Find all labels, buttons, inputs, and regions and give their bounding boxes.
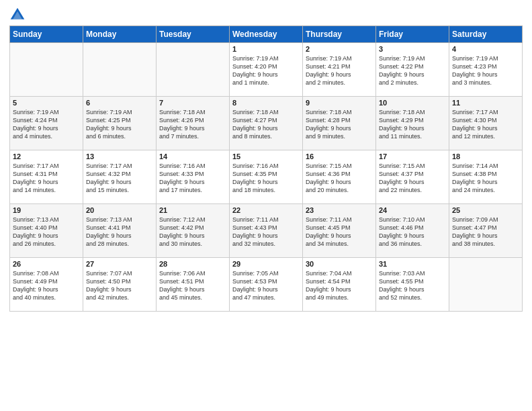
day-header-tuesday: Tuesday	[157, 26, 230, 43]
day-number: 25	[452, 206, 519, 214]
cell-content: Sunrise: 7:19 AM Sunset: 4:24 PM Dayligh…	[13, 108, 80, 141]
calendar-cell: 21Sunrise: 7:12 AM Sunset: 4:42 PM Dayli…	[157, 204, 230, 258]
cell-content: Sunrise: 7:14 AM Sunset: 4:38 PM Dayligh…	[452, 162, 519, 195]
calendar-cell: 22Sunrise: 7:11 AM Sunset: 4:43 PM Dayli…	[230, 204, 303, 258]
calendar-cell: 6Sunrise: 7:19 AM Sunset: 4:25 PM Daylig…	[83, 97, 157, 150]
day-number: 28	[159, 260, 226, 268]
calendar-cell: 25Sunrise: 7:09 AM Sunset: 4:47 PM Dayli…	[449, 204, 523, 258]
cell-content: Sunrise: 7:18 AM Sunset: 4:28 PM Dayligh…	[306, 108, 373, 141]
calendar-cell	[157, 43, 230, 97]
calendar-cell: 16Sunrise: 7:15 AM Sunset: 4:36 PM Dayli…	[303, 150, 376, 204]
calendar-cell: 8Sunrise: 7:18 AM Sunset: 4:27 PM Daylig…	[230, 97, 303, 150]
cell-content: Sunrise: 7:18 AM Sunset: 4:27 PM Dayligh…	[232, 108, 300, 141]
calendar-cell: 7Sunrise: 7:18 AM Sunset: 4:26 PM Daylig…	[157, 97, 230, 150]
week-row-3: 19Sunrise: 7:13 AM Sunset: 4:40 PM Dayli…	[10, 204, 523, 258]
cell-content: Sunrise: 7:19 AM Sunset: 4:21 PM Dayligh…	[306, 54, 373, 87]
cell-content: Sunrise: 7:05 AM Sunset: 4:53 PM Dayligh…	[232, 269, 300, 302]
day-number: 24	[379, 206, 446, 214]
day-number: 19	[13, 206, 80, 214]
cell-content: Sunrise: 7:15 AM Sunset: 4:36 PM Dayligh…	[306, 162, 373, 195]
day-number: 14	[159, 152, 226, 161]
week-row-1: 5Sunrise: 7:19 AM Sunset: 4:24 PM Daylig…	[10, 97, 523, 150]
day-number: 26	[13, 260, 80, 268]
cell-content: Sunrise: 7:07 AM Sunset: 4:50 PM Dayligh…	[86, 269, 153, 302]
calendar-cell: 29Sunrise: 7:05 AM Sunset: 4:53 PM Dayli…	[230, 258, 303, 312]
day-number: 2	[306, 45, 373, 53]
header-row: SundayMondayTuesdayWednesdayThursdayFrid…	[10, 26, 523, 43]
week-row-2: 12Sunrise: 7:17 AM Sunset: 4:31 PM Dayli…	[10, 150, 523, 204]
header	[9, 7, 523, 23]
calendar-cell	[83, 43, 157, 97]
calendar-cell: 2Sunrise: 7:19 AM Sunset: 4:21 PM Daylig…	[303, 43, 376, 97]
calendar-cell	[10, 43, 83, 97]
calendar-cell: 23Sunrise: 7:11 AM Sunset: 4:45 PM Dayli…	[303, 204, 376, 258]
cell-content: Sunrise: 7:11 AM Sunset: 4:45 PM Dayligh…	[306, 216, 373, 248]
cell-content: Sunrise: 7:19 AM Sunset: 4:25 PM Dayligh…	[86, 108, 153, 141]
calendar-cell: 15Sunrise: 7:16 AM Sunset: 4:35 PM Dayli…	[230, 150, 303, 204]
cell-content: Sunrise: 7:19 AM Sunset: 4:23 PM Dayligh…	[452, 54, 519, 87]
day-number: 5	[13, 99, 80, 107]
calendar-cell	[449, 258, 523, 312]
day-number: 3	[379, 45, 446, 53]
calendar-cell: 31Sunrise: 7:03 AM Sunset: 4:55 PM Dayli…	[376, 258, 449, 312]
day-number: 8	[232, 99, 300, 107]
calendar-cell: 30Sunrise: 7:04 AM Sunset: 4:54 PM Dayli…	[303, 258, 376, 312]
cell-content: Sunrise: 7:10 AM Sunset: 4:46 PM Dayligh…	[379, 216, 446, 248]
day-header-saturday: Saturday	[449, 26, 523, 43]
cell-content: Sunrise: 7:06 AM Sunset: 4:51 PM Dayligh…	[159, 269, 226, 302]
cell-content: Sunrise: 7:17 AM Sunset: 4:30 PM Dayligh…	[452, 108, 519, 141]
day-number: 13	[86, 152, 153, 161]
cell-content: Sunrise: 7:19 AM Sunset: 4:20 PM Dayligh…	[232, 54, 300, 87]
day-header-sunday: Sunday	[10, 26, 83, 43]
cell-content: Sunrise: 7:17 AM Sunset: 4:31 PM Dayligh…	[13, 162, 80, 195]
day-number: 31	[379, 260, 446, 268]
calendar-cell: 1Sunrise: 7:19 AM Sunset: 4:20 PM Daylig…	[230, 43, 303, 97]
day-header-wednesday: Wednesday	[230, 26, 303, 43]
calendar-cell: 28Sunrise: 7:06 AM Sunset: 4:51 PM Dayli…	[157, 258, 230, 312]
day-number: 7	[159, 99, 226, 107]
logo	[9, 7, 28, 23]
calendar-cell: 9Sunrise: 7:18 AM Sunset: 4:28 PM Daylig…	[303, 97, 376, 150]
day-header-monday: Monday	[83, 26, 157, 43]
day-header-thursday: Thursday	[303, 26, 376, 43]
calendar-table: SundayMondayTuesdayWednesdayThursdayFrid…	[9, 26, 523, 312]
cell-content: Sunrise: 7:16 AM Sunset: 4:35 PM Dayligh…	[232, 162, 300, 195]
day-number: 30	[306, 260, 373, 268]
cell-content: Sunrise: 7:18 AM Sunset: 4:29 PM Dayligh…	[379, 108, 446, 141]
cell-content: Sunrise: 7:19 AM Sunset: 4:22 PM Dayligh…	[379, 54, 446, 87]
calendar-cell: 3Sunrise: 7:19 AM Sunset: 4:22 PM Daylig…	[376, 43, 449, 97]
day-number: 27	[86, 260, 153, 268]
cell-content: Sunrise: 7:13 AM Sunset: 4:41 PM Dayligh…	[86, 216, 153, 248]
cell-content: Sunrise: 7:04 AM Sunset: 4:54 PM Dayligh…	[306, 269, 373, 302]
calendar-cell: 5Sunrise: 7:19 AM Sunset: 4:24 PM Daylig…	[10, 97, 83, 150]
day-number: 20	[86, 206, 153, 214]
day-number: 15	[232, 152, 300, 161]
day-number: 10	[379, 99, 446, 107]
day-number: 6	[86, 99, 153, 107]
cell-content: Sunrise: 7:09 AM Sunset: 4:47 PM Dayligh…	[452, 216, 519, 248]
calendar-cell: 19Sunrise: 7:13 AM Sunset: 4:40 PM Dayli…	[10, 204, 83, 258]
day-number: 12	[13, 152, 80, 161]
day-number: 4	[452, 45, 519, 53]
calendar-cell: 10Sunrise: 7:18 AM Sunset: 4:29 PM Dayli…	[376, 97, 449, 150]
day-number: 23	[306, 206, 373, 214]
calendar-cell: 26Sunrise: 7:08 AM Sunset: 4:49 PM Dayli…	[10, 258, 83, 312]
calendar-cell: 20Sunrise: 7:13 AM Sunset: 4:41 PM Dayli…	[83, 204, 157, 258]
cell-content: Sunrise: 7:16 AM Sunset: 4:33 PM Dayligh…	[159, 162, 226, 195]
calendar-cell: 17Sunrise: 7:15 AM Sunset: 4:37 PM Dayli…	[376, 150, 449, 204]
cell-content: Sunrise: 7:17 AM Sunset: 4:32 PM Dayligh…	[86, 162, 153, 195]
cell-content: Sunrise: 7:13 AM Sunset: 4:40 PM Dayligh…	[13, 216, 80, 248]
cell-content: Sunrise: 7:12 AM Sunset: 4:42 PM Dayligh…	[159, 216, 226, 248]
calendar-cell: 12Sunrise: 7:17 AM Sunset: 4:31 PM Dayli…	[10, 150, 83, 204]
calendar-cell: 14Sunrise: 7:16 AM Sunset: 4:33 PM Dayli…	[157, 150, 230, 204]
day-number: 29	[232, 260, 300, 268]
day-number: 9	[306, 99, 373, 107]
calendar-cell: 18Sunrise: 7:14 AM Sunset: 4:38 PM Dayli…	[449, 150, 523, 204]
cell-content: Sunrise: 7:11 AM Sunset: 4:43 PM Dayligh…	[232, 216, 300, 248]
cell-content: Sunrise: 7:08 AM Sunset: 4:49 PM Dayligh…	[13, 269, 80, 302]
day-number: 11	[452, 99, 519, 107]
day-number: 16	[306, 152, 373, 161]
cell-content: Sunrise: 7:18 AM Sunset: 4:26 PM Dayligh…	[159, 108, 226, 141]
day-number: 1	[232, 45, 300, 53]
cell-content: Sunrise: 7:03 AM Sunset: 4:55 PM Dayligh…	[379, 269, 446, 302]
